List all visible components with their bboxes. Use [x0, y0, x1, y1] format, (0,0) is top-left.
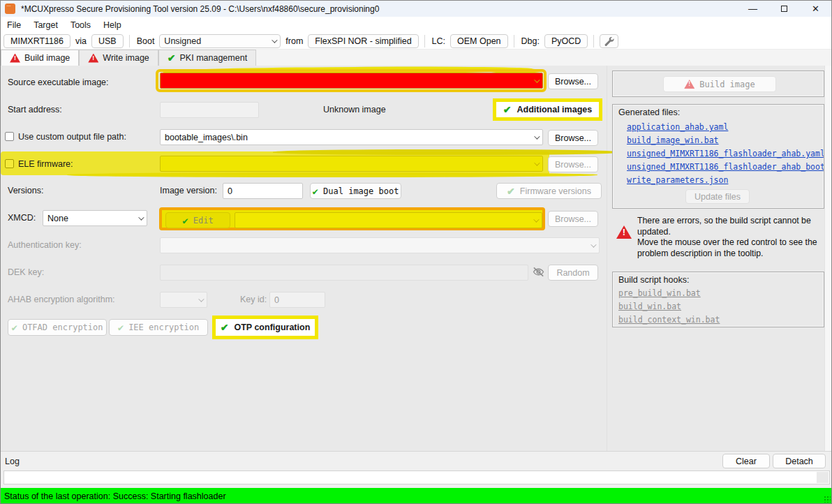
vertical-scrollbar[interactable] — [824, 66, 832, 451]
log-field[interactable] — [3, 470, 830, 484]
boot-label: Boot — [135, 36, 156, 46]
build-script-hooks-group: Build script hooks: pre_build_win.bat bu… — [612, 272, 824, 327]
generated-files-group: Generated files: application_ahab.yaml b… — [612, 104, 824, 209]
dual-image-boot-button[interactable]: ✔ Dual image boot — [310, 183, 401, 199]
xmcd-combo[interactable]: None — [43, 210, 147, 226]
eye-slash-icon — [532, 267, 545, 277]
detach-button[interactable]: Detach — [773, 454, 826, 468]
from-label: from — [284, 36, 304, 46]
close-button[interactable]: ✕ — [800, 1, 831, 17]
tab-bar: Build image Write image ✔ PKI management — [1, 50, 831, 66]
error-text-line1: There are errors, so the build script ca… — [637, 216, 811, 237]
start-address-input[interactable] — [160, 102, 259, 118]
boot-type-combo[interactable]: Unsigned — [159, 34, 281, 48]
chevron-down-icon — [534, 77, 540, 82]
highlight-marker — [273, 149, 622, 155]
dual-image-boot-label: Dual image boot — [323, 186, 399, 196]
xmcd-highlight-box: ✔ Edit — [159, 207, 545, 230]
image-version-value: 0 — [228, 186, 232, 196]
check-icon: ✔ — [182, 216, 188, 225]
app-window: *MCUXpresso Secure Provisioning Tool ver… — [0, 0, 832, 504]
source-image-combo[interactable] — [160, 73, 543, 89]
tab-write-image-label: Write image — [103, 53, 149, 63]
error-triangle-icon — [616, 225, 632, 239]
app-icon — [5, 3, 15, 14]
image-version-label: Image version: — [160, 186, 217, 195]
status-bar: Status of the last operation: Success: S… — [1, 488, 832, 504]
menu-tools[interactable]: Tools — [64, 18, 97, 32]
ele-firmware-label: ELE firmware: — [18, 159, 73, 169]
build-image-panel: Source executable image: Browse... Start… — [1, 66, 832, 451]
chevron-down-icon — [590, 242, 596, 247]
generated-file-link[interactable]: application_ahab.yaml — [627, 121, 824, 134]
source-browse-button[interactable]: Browse... — [548, 73, 598, 89]
log-scrollbar[interactable] — [817, 472, 829, 483]
generated-file-link[interactable]: write_parameters.json — [627, 174, 824, 187]
error-text-line2: Move the mouse over the red control to s… — [637, 237, 817, 258]
chevron-down-icon — [533, 216, 539, 222]
generated-file-link[interactable]: build_image_win.bat — [627, 134, 824, 147]
build-image-button[interactable]: Build image — [663, 76, 776, 92]
start-address-label: Start address: — [8, 105, 62, 114]
toolbar-separator — [514, 35, 514, 47]
check-icon: ✔ — [11, 323, 17, 332]
maximize-button[interactable] — [768, 1, 800, 17]
debug-probe-button[interactable]: PyOCD — [544, 34, 588, 48]
check-icon: ✔ — [503, 105, 512, 114]
generated-file-link[interactable]: unsigned_MIMXRT1186_flashloader_ahab_boo… — [627, 161, 824, 174]
iee-label: IEE encryption — [128, 323, 199, 332]
ele-browse-button: Browse... — [548, 156, 598, 172]
check-icon: ✔ — [313, 186, 318, 196]
xmcd-edit-button[interactable]: ✔ Edit — [165, 212, 230, 228]
otp-configuration-button[interactable]: OTP configuration — [234, 323, 310, 332]
custom-output-checkbox[interactable] — [5, 132, 14, 141]
error-triangle-icon — [88, 54, 98, 63]
settings-button[interactable] — [600, 34, 618, 48]
hook-link[interactable]: build_win.bat — [618, 300, 720, 313]
toolbar-separator — [593, 35, 594, 47]
xmcd-label: XMCD: — [8, 213, 36, 223]
generated-file-link[interactable]: unsigned_MIMXRT1186_flashloader_ahab.yam… — [627, 147, 824, 161]
dbg-label: Dbg: — [520, 36, 541, 46]
ele-firmware-checkbox[interactable] — [5, 159, 14, 168]
menu-target[interactable]: Target — [27, 18, 64, 32]
clear-button[interactable]: Clear — [722, 454, 770, 468]
check-icon: ✔ — [221, 323, 229, 332]
hook-link[interactable]: pre_build_win.bat — [618, 287, 720, 300]
firmware-versions-label: Firmware versions — [520, 186, 591, 196]
tab-build-image-label: Build image — [24, 53, 70, 63]
xmcd-value: None — [47, 214, 68, 223]
xmcd-edit-label: Edit — [193, 216, 214, 225]
tab-build-image[interactable]: Build image — [1, 50, 79, 66]
hooks-label: Build script hooks: — [618, 275, 689, 285]
processor-button[interactable]: MIMXRT1186 — [3, 34, 70, 48]
authentication-key-label: Authentication key: — [8, 240, 82, 250]
image-type-text: Unknown image — [323, 105, 386, 114]
menu-help[interactable]: Help — [97, 18, 128, 32]
connection-button[interactable]: USB — [91, 34, 124, 48]
resize-grip[interactable] — [824, 496, 831, 503]
lc-label: LC: — [431, 36, 447, 46]
log-label: Log — [5, 457, 20, 466]
versions-label: Versions: — [8, 186, 43, 195]
additional-images-highlight: ✔ Additional images — [493, 98, 602, 121]
check-icon: ✔ — [168, 53, 176, 63]
error-triangle-icon — [684, 80, 694, 89]
chevron-down-icon — [272, 37, 278, 43]
custom-output-combo[interactable]: bootable_images\.bin — [160, 129, 543, 145]
tab-write-image[interactable]: Write image — [79, 50, 158, 66]
menu-file[interactable]: File — [1, 18, 27, 32]
ele-firmware-combo[interactable] — [160, 156, 543, 172]
image-version-input[interactable]: 0 — [223, 183, 303, 199]
hook-link[interactable]: build_context_win.bat — [618, 313, 720, 327]
chevron-down-icon — [534, 133, 540, 139]
custom-output-browse-button[interactable]: Browse... — [548, 130, 598, 146]
minimize-button[interactable]: — — [737, 1, 768, 17]
boot-memory-button[interactable]: FlexSPI NOR - simplified — [308, 34, 418, 48]
toolbar-separator — [424, 35, 425, 47]
tab-pki-management[interactable]: ✔ PKI management — [158, 50, 256, 66]
xmcd-file-combo[interactable] — [235, 212, 542, 228]
life-cycle-button[interactable]: OEM Open — [450, 34, 508, 48]
additional-images-button[interactable]: Additional images — [517, 105, 593, 114]
window-title: *MCUXpresso Secure Provisioning Tool ver… — [21, 4, 379, 14]
